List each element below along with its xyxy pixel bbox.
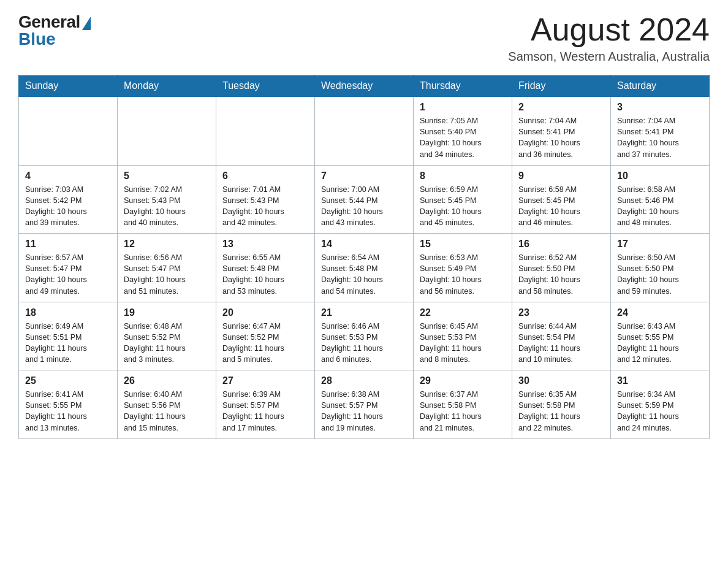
calendar-cell: 8Sunrise: 6:59 AMSunset: 5:45 PMDaylight… [414, 165, 512, 234]
day-number: 2 [518, 102, 604, 113]
day-info: Sunrise: 6:58 AMSunset: 5:46 PMDaylight:… [617, 184, 703, 229]
calendar-cell: 28Sunrise: 6:38 AMSunset: 5:57 PMDayligh… [315, 370, 414, 439]
day-number: 31 [617, 375, 703, 386]
calendar-cell: 25Sunrise: 6:41 AMSunset: 5:55 PMDayligh… [19, 370, 118, 439]
calendar-cell: 18Sunrise: 6:49 AMSunset: 5:51 PMDayligh… [19, 302, 118, 370]
day-info: Sunrise: 7:04 AMSunset: 5:41 PMDaylight:… [518, 115, 604, 160]
calendar-cell: 3Sunrise: 7:04 AMSunset: 5:41 PMDaylight… [611, 97, 710, 166]
calendar-cell: 15Sunrise: 6:53 AMSunset: 5:49 PMDayligh… [414, 234, 512, 302]
day-number: 14 [321, 239, 407, 250]
day-number: 10 [617, 170, 703, 182]
calendar-cell: 23Sunrise: 6:44 AMSunset: 5:54 PMDayligh… [512, 302, 611, 370]
calendar-cell [216, 97, 315, 166]
calendar-cell: 29Sunrise: 6:37 AMSunset: 5:58 PMDayligh… [414, 370, 512, 439]
calendar-cell: 2Sunrise: 7:04 AMSunset: 5:41 PMDaylight… [512, 97, 611, 166]
day-info: Sunrise: 6:54 AMSunset: 5:48 PMDaylight:… [321, 252, 407, 297]
calendar-cell: 31Sunrise: 6:34 AMSunset: 5:59 PMDayligh… [611, 370, 710, 439]
day-of-week-header: Thursday [414, 75, 512, 97]
calendar-cell: 9Sunrise: 6:58 AMSunset: 5:45 PMDaylight… [512, 165, 611, 234]
calendar-cell: 30Sunrise: 6:35 AMSunset: 5:58 PMDayligh… [512, 370, 611, 439]
calendar-table: SundayMondayTuesdayWednesdayThursdayFrid… [18, 75, 710, 439]
calendar-cell: 21Sunrise: 6:46 AMSunset: 5:53 PMDayligh… [315, 302, 414, 370]
day-info: Sunrise: 6:53 AMSunset: 5:49 PMDaylight:… [420, 252, 506, 297]
day-info: Sunrise: 7:03 AMSunset: 5:42 PMDaylight:… [25, 184, 111, 229]
day-number: 29 [420, 375, 506, 386]
day-info: Sunrise: 7:00 AMSunset: 5:44 PMDaylight:… [321, 184, 407, 229]
calendar-cell: 16Sunrise: 6:52 AMSunset: 5:50 PMDayligh… [512, 234, 611, 302]
day-info: Sunrise: 6:50 AMSunset: 5:50 PMDaylight:… [617, 252, 703, 297]
calendar-week-row: 18Sunrise: 6:49 AMSunset: 5:51 PMDayligh… [19, 302, 710, 370]
calendar-cell [118, 97, 216, 166]
calendar-cell: 11Sunrise: 6:57 AMSunset: 5:47 PMDayligh… [19, 234, 118, 302]
calendar-cell: 12Sunrise: 6:56 AMSunset: 5:47 PMDayligh… [118, 234, 216, 302]
day-number: 20 [222, 307, 308, 318]
day-number: 4 [25, 170, 111, 182]
calendar-week-row: 4Sunrise: 7:03 AMSunset: 5:42 PMDaylight… [19, 165, 710, 234]
calendar-cell: 26Sunrise: 6:40 AMSunset: 5:56 PMDayligh… [118, 370, 216, 439]
day-info: Sunrise: 6:38 AMSunset: 5:57 PMDaylight:… [321, 389, 407, 434]
calendar-week-row: 11Sunrise: 6:57 AMSunset: 5:47 PMDayligh… [19, 234, 710, 302]
day-number: 9 [518, 170, 604, 182]
calendar-cell: 19Sunrise: 6:48 AMSunset: 5:52 PMDayligh… [118, 302, 216, 370]
calendar-cell: 14Sunrise: 6:54 AMSunset: 5:48 PMDayligh… [315, 234, 414, 302]
day-info: Sunrise: 6:37 AMSunset: 5:58 PMDaylight:… [420, 389, 506, 434]
day-info: Sunrise: 6:56 AMSunset: 5:47 PMDaylight:… [124, 252, 210, 297]
day-info: Sunrise: 6:58 AMSunset: 5:45 PMDaylight:… [518, 184, 604, 229]
day-of-week-header: Friday [512, 75, 611, 97]
calendar-cell: 7Sunrise: 7:00 AMSunset: 5:44 PMDaylight… [315, 165, 414, 234]
day-number: 16 [518, 239, 604, 250]
day-number: 24 [617, 307, 703, 318]
day-info: Sunrise: 6:45 AMSunset: 5:53 PMDaylight:… [420, 321, 506, 366]
day-number: 15 [420, 239, 506, 250]
day-number: 11 [25, 239, 111, 250]
day-info: Sunrise: 6:35 AMSunset: 5:58 PMDaylight:… [518, 389, 604, 434]
day-info: Sunrise: 6:52 AMSunset: 5:50 PMDaylight:… [518, 252, 604, 297]
page-header: General Blue August 2024 Samson, Western… [18, 12, 710, 64]
day-info: Sunrise: 7:02 AMSunset: 5:43 PMDaylight:… [124, 184, 210, 229]
day-number: 3 [617, 102, 703, 113]
day-info: Sunrise: 7:05 AMSunset: 5:40 PMDaylight:… [420, 115, 506, 160]
calendar-cell: 4Sunrise: 7:03 AMSunset: 5:42 PMDaylight… [19, 165, 118, 234]
day-info: Sunrise: 6:34 AMSunset: 5:59 PMDaylight:… [617, 389, 703, 434]
calendar-cell: 24Sunrise: 6:43 AMSunset: 5:55 PMDayligh… [611, 302, 710, 370]
day-number: 5 [124, 170, 210, 182]
day-number: 13 [222, 239, 308, 250]
day-info: Sunrise: 6:47 AMSunset: 5:52 PMDaylight:… [222, 321, 308, 366]
calendar-cell: 27Sunrise: 6:39 AMSunset: 5:57 PMDayligh… [216, 370, 315, 439]
day-of-week-header: Monday [118, 75, 216, 97]
calendar-cell: 1Sunrise: 7:05 AMSunset: 5:40 PMDaylight… [414, 97, 512, 166]
day-number: 8 [420, 170, 506, 182]
day-number: 6 [222, 170, 308, 182]
day-number: 26 [124, 375, 210, 386]
day-number: 25 [25, 375, 111, 386]
calendar-cell: 6Sunrise: 7:01 AMSunset: 5:43 PMDaylight… [216, 165, 315, 234]
day-number: 22 [420, 307, 506, 318]
day-info: Sunrise: 6:49 AMSunset: 5:51 PMDaylight:… [25, 321, 111, 366]
day-info: Sunrise: 6:43 AMSunset: 5:55 PMDaylight:… [617, 321, 703, 366]
calendar-cell [19, 97, 118, 166]
day-info: Sunrise: 7:01 AMSunset: 5:43 PMDaylight:… [222, 184, 308, 229]
day-info: Sunrise: 6:55 AMSunset: 5:48 PMDaylight:… [222, 252, 308, 297]
day-number: 7 [321, 170, 407, 182]
calendar-cell [315, 97, 414, 166]
day-number: 23 [518, 307, 604, 318]
day-info: Sunrise: 6:41 AMSunset: 5:55 PMDaylight:… [25, 389, 111, 434]
calendar-cell: 10Sunrise: 6:58 AMSunset: 5:46 PMDayligh… [611, 165, 710, 234]
calendar-week-row: 25Sunrise: 6:41 AMSunset: 5:55 PMDayligh… [19, 370, 710, 439]
calendar-header-row: SundayMondayTuesdayWednesdayThursdayFrid… [19, 75, 710, 97]
day-number: 17 [617, 239, 703, 250]
title-block: August 2024 Samson, Western Australia, A… [508, 12, 710, 64]
calendar-cell: 5Sunrise: 7:02 AMSunset: 5:43 PMDaylight… [118, 165, 216, 234]
calendar-cell: 22Sunrise: 6:45 AMSunset: 5:53 PMDayligh… [414, 302, 512, 370]
logo-blue-text: Blue [18, 29, 56, 49]
day-number: 30 [518, 375, 604, 386]
day-info: Sunrise: 6:57 AMSunset: 5:47 PMDaylight:… [25, 252, 111, 297]
day-info: Sunrise: 6:40 AMSunset: 5:56 PMDaylight:… [124, 389, 210, 434]
day-info: Sunrise: 7:04 AMSunset: 5:41 PMDaylight:… [617, 115, 703, 160]
calendar-cell: 17Sunrise: 6:50 AMSunset: 5:50 PMDayligh… [611, 234, 710, 302]
logo: General Blue [18, 12, 91, 49]
day-number: 12 [124, 239, 210, 250]
day-number: 21 [321, 307, 407, 318]
day-of-week-header: Saturday [611, 75, 710, 97]
calendar-cell: 13Sunrise: 6:55 AMSunset: 5:48 PMDayligh… [216, 234, 315, 302]
